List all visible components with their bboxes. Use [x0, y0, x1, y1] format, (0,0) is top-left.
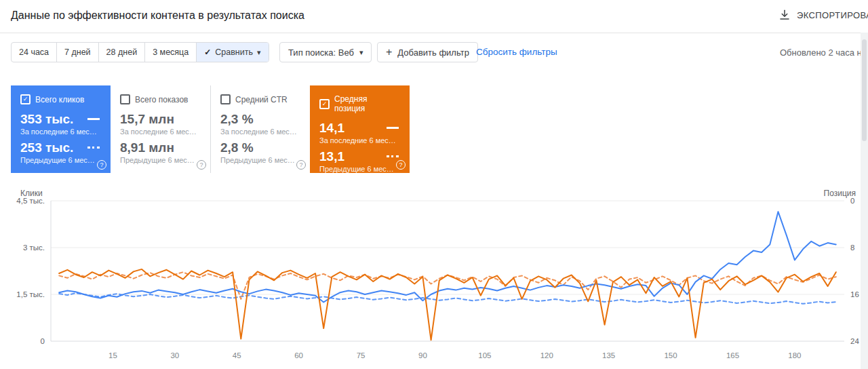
card-value-current: 15,7 млн — [120, 112, 174, 126]
card-value-previous: 13,1 — [319, 149, 344, 163]
add-filter-label: Добавить фильтр — [397, 47, 469, 58]
range-3m-button[interactable]: 3 месяца — [145, 43, 197, 62]
card-header: ✓ Всего кликов — [20, 94, 101, 104]
checkbox-checked-icon[interactable]: ✓ — [319, 99, 330, 109]
metric-cards: ✓ Всего кликов 353 тыс. За последние 6 м… — [11, 85, 410, 173]
card-header: Всего показов — [120, 94, 201, 104]
card-caption-previous: Предыдущие 6 мес… — [120, 156, 201, 164]
check-icon: ✓ — [204, 47, 211, 57]
performance-chart[interactable]: 4,5 тыс.03 тыс.81,5 тыс.16024КликиПозици… — [0, 187, 868, 369]
card-caption-previous: Предыдущие 6 мес… — [20, 156, 101, 164]
svg-text:45: 45 — [233, 351, 241, 360]
svg-text:165: 165 — [726, 351, 739, 360]
header: Данные по эффективности контента в резул… — [0, 0, 868, 33]
compare-button[interactable]: ✓ Сравнить ▾ — [197, 43, 268, 62]
updated-label: Обновлено 2 часа назад — [780, 47, 868, 58]
search-console-performance-page: Данные по эффективности контента в резул… — [0, 0, 868, 369]
svg-text:8: 8 — [850, 244, 854, 252]
card-caption-current: За последние 6 мес… — [120, 128, 201, 136]
card-value-previous: 2,8 % — [220, 140, 254, 155]
reset-filters-link[interactable]: Сбросить фильтры — [476, 47, 557, 57]
svg-text:120: 120 — [540, 351, 553, 360]
date-range-group: 24 часа 7 дней 28 дней 3 месяца ✓ Сравни… — [11, 42, 269, 62]
chevron-down-icon: ▾ — [257, 48, 261, 57]
svg-text:75: 75 — [357, 351, 366, 360]
svg-text:15: 15 — [108, 351, 117, 360]
svg-text:180: 180 — [788, 351, 801, 360]
search-type-dropdown[interactable]: Тип поиска: Веб ▾ — [279, 42, 372, 62]
export-button[interactable]: ЭКСПОРТИРОВАТЬ — [778, 9, 868, 21]
svg-text:30: 30 — [170, 351, 179, 360]
card-label: Средний CTR — [235, 95, 288, 104]
card-caption-previous: Предыдущие 6 мес… — [220, 156, 300, 164]
svg-text:24: 24 — [850, 337, 859, 345]
svg-text:16: 16 — [850, 290, 859, 298]
card-value-previous: 253 тыс. — [20, 140, 73, 155]
plus-icon: + — [386, 47, 392, 58]
svg-text:90: 90 — [418, 351, 427, 360]
range-28d-button[interactable]: 28 дней — [99, 43, 146, 62]
card-total-impressions[interactable]: Всего показов 15,7 млн За последние 6 ме… — [111, 85, 210, 173]
card-label: Всего кликов — [35, 95, 84, 104]
range-label: 7 дней — [64, 47, 91, 57]
card-caption-current: За последние 6 мес… — [20, 128, 101, 136]
range-label: 28 дней — [106, 47, 138, 57]
help-icon[interactable]: ? — [197, 160, 206, 170]
dotted-line-icon — [87, 147, 100, 149]
compare-label: Сравнить — [215, 47, 253, 57]
svg-text:150: 150 — [664, 351, 677, 360]
solid-line-icon — [87, 118, 100, 120]
svg-text:1,5 тыс.: 1,5 тыс. — [16, 290, 45, 298]
range-7d-button[interactable]: 7 дней — [57, 43, 99, 62]
export-label: ЭКСПОРТИРОВАТЬ — [797, 10, 868, 20]
checkbox-unchecked-icon[interactable] — [220, 94, 231, 104]
svg-text:0: 0 — [41, 337, 45, 345]
checkbox-unchecked-icon[interactable] — [120, 94, 130, 104]
card-label: Всего показов — [135, 95, 188, 104]
card-total-clicks[interactable]: ✓ Всего кликов 353 тыс. За последние 6 м… — [11, 85, 111, 173]
card-caption-current: За последние 6 мес… — [319, 136, 400, 144]
help-icon[interactable]: ? — [396, 160, 406, 170]
add-filter-button[interactable]: + Добавить фильтр — [377, 42, 478, 62]
range-label: 24 часа — [19, 47, 49, 57]
card-value-previous: 8,91 млн — [120, 140, 174, 155]
dotted-line-icon — [387, 155, 399, 157]
card-average-position[interactable]: ✓ Средняя позиция 14,1 За последние 6 ме… — [310, 85, 410, 173]
card-caption-previous: Предыдущие 6 мес… — [319, 165, 400, 173]
range-label: 3 месяца — [153, 47, 189, 57]
search-type-label: Тип поиска: Веб — [288, 47, 354, 58]
card-value-current: 14,1 — [319, 121, 344, 135]
scrollbar[interactable] — [861, 33, 868, 369]
help-icon[interactable]: ? — [97, 160, 106, 170]
svg-text:3 тыс.: 3 тыс. — [23, 244, 45, 252]
card-average-ctr[interactable]: Средний CTR 2,3 % За последние 6 мес… 2,… — [210, 85, 310, 173]
range-24h-button[interactable]: 24 часа — [12, 43, 57, 62]
solid-line-icon — [387, 127, 399, 129]
card-label: Средняя позиция — [334, 94, 400, 113]
svg-text:135: 135 — [602, 351, 615, 360]
card-value-current: 353 тыс. — [20, 112, 73, 126]
card-header: Средний CTR — [220, 94, 300, 104]
download-icon — [778, 9, 791, 21]
svg-text:Позиция: Позиция — [824, 189, 856, 198]
svg-text:105: 105 — [478, 351, 491, 360]
page-title: Данные по эффективности контента в резул… — [11, 9, 304, 22]
card-value-current: 2,3 % — [220, 112, 254, 126]
svg-text:60: 60 — [294, 351, 303, 360]
card-caption-current: За последние 6 мес… — [220, 128, 300, 136]
help-icon[interactable]: ? — [296, 160, 306, 170]
card-header: ✓ Средняя позиция — [319, 94, 400, 113]
scrollbar-thumb[interactable] — [862, 39, 867, 141]
svg-text:Клики: Клики — [20, 189, 43, 198]
chevron-down-icon: ▾ — [359, 48, 363, 57]
performance-chart-svg: 4,5 тыс.03 тыс.81,5 тыс.16024КликиПозици… — [0, 187, 868, 369]
checkbox-checked-icon[interactable]: ✓ — [20, 94, 31, 104]
